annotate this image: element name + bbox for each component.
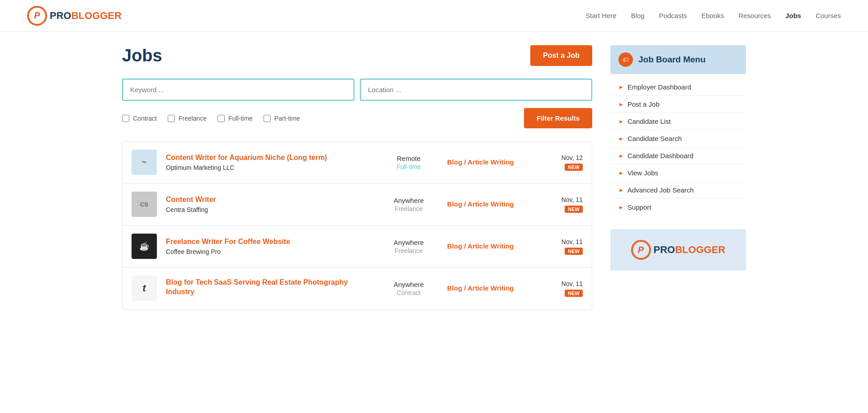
freelance-label: Freelance <box>179 115 207 122</box>
page-title: Jobs <box>122 46 162 66</box>
job-company: Centra Staffing <box>166 206 370 213</box>
fulltime-checkbox[interactable] <box>217 115 225 122</box>
new-badge: NEW <box>565 248 583 255</box>
job-location-text: Remote <box>379 155 438 162</box>
nav-resources[interactable]: Resources <box>738 12 771 19</box>
job-title-link[interactable]: Content Writer for Aquarium Niche (Long … <box>166 154 327 161</box>
site-header: P PROBLOGGER Start Here Blog Podcasts Eb… <box>0 0 868 32</box>
sidebar-item-label: Post a Job <box>627 100 660 108</box>
page-container: Jobs Post a Job Contract Freelance Full-… <box>95 32 773 323</box>
location-input[interactable] <box>360 79 592 101</box>
job-location-text: Anywhere <box>379 239 438 246</box>
job-location-text: Anywhere <box>379 197 438 204</box>
parttime-filter[interactable]: Part-time <box>264 115 300 122</box>
sidebar-arrow-icon: ► <box>618 101 624 108</box>
job-info: Blog for Tech SaaS Serving Real Estate P… <box>166 278 370 299</box>
job-category-link[interactable]: Blog / Article Writing <box>447 284 514 292</box>
job-title-link[interactable]: Content Writer <box>166 196 216 203</box>
sidebar-arrow-icon: ► <box>618 153 624 159</box>
job-location: Remote Full-time <box>379 155 438 170</box>
sidebar-menu-item[interactable]: ►Support <box>610 199 746 216</box>
main-nav: Start Here Blog Podcasts Ebooks Resource… <box>585 12 841 19</box>
job-location-text: Anywhere <box>379 281 438 288</box>
job-row: ☕ Freelance Writer For Coffee Website Co… <box>123 225 592 268</box>
job-type: Freelance <box>379 247 438 254</box>
logo-pro-text: PRO <box>50 10 71 22</box>
sidebar-menu-item[interactable]: ►Advanced Job Search <box>610 182 746 199</box>
sidebar-logo-pro: PRO <box>654 244 675 256</box>
sidebar-item-label: Candidate Search <box>627 135 682 142</box>
job-title-link[interactable]: Blog for Tech SaaS Serving Real Estate P… <box>166 278 348 296</box>
sidebar-logo-blogger: BLOGGER <box>675 244 725 256</box>
job-meta: Nov, 12 NEW <box>538 154 583 171</box>
sidebar-arrow-icon: ► <box>618 204 624 211</box>
parttime-label: Part-time <box>274 115 300 122</box>
page-header: Jobs Post a Job <box>122 45 592 66</box>
nav-jobs[interactable]: Jobs <box>785 12 801 19</box>
filter-results-button[interactable]: Filter Results <box>524 108 592 128</box>
job-category: Blog / Article Writing <box>447 158 528 166</box>
job-row: t Blog for Tech SaaS Serving Real Estate… <box>123 268 592 309</box>
job-info: Freelance Writer For Coffee Website Coff… <box>166 237 370 256</box>
job-location: Anywhere Freelance <box>379 239 438 254</box>
nav-blog[interactable]: Blog <box>631 12 645 19</box>
nav-ebooks[interactable]: Ebooks <box>701 12 724 19</box>
sidebar-menu-item[interactable]: ►Candidate List <box>610 113 746 130</box>
job-board-menu-header: 🏷 Job Board Menu <box>610 45 746 74</box>
nav-start-here[interactable]: Start Here <box>585 12 616 19</box>
menu-tag-icon: 🏷 <box>618 52 633 67</box>
job-category: Blog / Article Writing <box>447 242 528 250</box>
job-title-link[interactable]: Freelance Writer For Coffee Website <box>166 238 290 245</box>
sidebar-arrow-icon: ► <box>618 187 624 193</box>
job-board-menu-title: Job Board Menu <box>638 55 706 65</box>
logo-blogger-text: BLOGGER <box>71 10 122 22</box>
sidebar: 🏷 Job Board Menu ►Employer Dashboard►Pos… <box>610 45 746 310</box>
parttime-checkbox[interactable] <box>264 115 271 122</box>
sidebar-menu-item[interactable]: ►Candidate Dashboard <box>610 147 746 164</box>
keyword-input[interactable] <box>122 79 354 101</box>
contract-checkbox[interactable] <box>122 115 129 122</box>
sidebar-item-label: Candidate List <box>627 117 671 125</box>
new-badge: NEW <box>565 290 583 297</box>
job-row: CS Content Writer Centra Staffing Anywhe… <box>123 183 592 225</box>
sidebar-menu-item[interactable]: ►Employer Dashboard <box>610 79 746 96</box>
nav-podcasts[interactable]: Podcasts <box>659 12 687 19</box>
sidebar-logo-circle: P <box>631 240 651 260</box>
sidebar-menu-item[interactable]: ►Post a Job <box>610 96 746 113</box>
freelance-filter[interactable]: Freelance <box>168 115 207 122</box>
sidebar-arrow-icon: ► <box>618 136 624 142</box>
fulltime-filter[interactable]: Full-time <box>217 115 253 122</box>
sidebar-menu-item[interactable]: ►View Jobs <box>610 164 746 182</box>
post-job-button[interactable]: Post a Job <box>530 45 592 66</box>
job-location: Anywhere Freelance <box>379 197 438 212</box>
job-meta: Nov, 11 NEW <box>538 280 583 297</box>
job-logo: ☕ <box>132 234 157 259</box>
sidebar-arrow-icon: ► <box>618 170 624 176</box>
search-row <box>122 79 592 101</box>
sidebar-menu-item[interactable]: ►Candidate Search <box>610 130 746 147</box>
job-date: Nov, 11 <box>538 196 583 203</box>
contract-label: Contract <box>133 115 157 122</box>
sidebar-logo[interactable]: P PROBLOGGER <box>631 240 726 260</box>
job-info: Content Writer Centra Staffing <box>166 195 370 214</box>
nav-courses[interactable]: Courses <box>816 12 841 19</box>
job-category-link[interactable]: Blog / Article Writing <box>447 200 514 208</box>
contract-filter[interactable]: Contract <box>122 115 157 122</box>
job-logo: ~ <box>132 150 157 175</box>
job-category-link[interactable]: Blog / Article Writing <box>447 158 514 166</box>
freelance-checkbox[interactable] <box>168 115 175 122</box>
job-category: Blog / Article Writing <box>447 284 528 292</box>
filter-row: Contract Freelance Full-time Part-time F… <box>122 108 592 128</box>
job-category-link[interactable]: Blog / Article Writing <box>447 242 514 250</box>
logo-p-letter: P <box>34 10 40 21</box>
sidebar-arrow-icon: ► <box>618 84 624 90</box>
sidebar-item-label: Employer Dashboard <box>627 83 691 91</box>
main-content: Jobs Post a Job Contract Freelance Full-… <box>122 45 592 310</box>
sidebar-logo-box: P PROBLOGGER <box>610 229 746 271</box>
sidebar-item-label: Support <box>627 203 651 211</box>
site-logo[interactable]: P PROBLOGGER <box>27 6 122 26</box>
job-date: Nov, 11 <box>538 238 583 245</box>
job-type: Full-time <box>379 163 438 170</box>
job-board-menu-box: 🏷 Job Board Menu ►Employer Dashboard►Pos… <box>610 45 746 220</box>
sidebar-arrow-icon: ► <box>618 118 624 125</box>
